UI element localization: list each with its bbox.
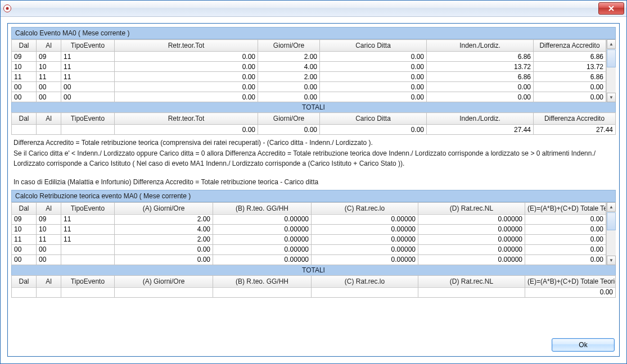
cell: 00: [12, 254, 37, 265]
cell: 00: [61, 82, 115, 92]
tcol-il: Inden./Lordiz.: [427, 113, 534, 125]
col-caricoditta[interactable]: Carico Ditta: [320, 40, 427, 52]
tcol-retr: Retr.teor.Tot: [115, 113, 258, 125]
cell: 6.86: [534, 52, 606, 62]
col-giorniore[interactable]: Giorni/Ore: [258, 40, 320, 52]
cell: 0.00000: [213, 224, 312, 234]
cell: 0.00: [258, 82, 320, 92]
cell: 6.86: [427, 52, 534, 62]
col2-dal[interactable]: Dal: [12, 202, 37, 214]
cell: 11: [61, 234, 115, 244]
svg-point-1: [6, 7, 9, 10]
table-row[interactable]: 0000000.000.000.000.000.00: [12, 92, 606, 102]
col-indenlordiz[interactable]: Inden./Lordiz.: [427, 40, 534, 52]
cell: 0.00: [320, 62, 427, 72]
table-row[interactable]: 1010110.004.000.0013.7213.72: [12, 62, 606, 72]
cell: 0.00000: [312, 224, 418, 234]
table-row[interactable]: 00000.000.000000.000000.000000.00: [12, 244, 606, 254]
cell: 0.00000: [418, 234, 525, 244]
section2-table-area: Dal Al TipoEvento (A) Giorni/Ore (B) R.t…: [11, 202, 606, 265]
cell: 00: [37, 244, 61, 254]
cell: 2.00: [115, 234, 213, 244]
cell: 0.00: [115, 254, 213, 265]
section2-totali-table: Dal Al TipoEvento (A) Giorni/Ore (B) R.t…: [11, 275, 616, 298]
cell: 10: [37, 224, 61, 234]
t2col-tipo: TipoEvento: [61, 275, 115, 287]
col-tipoevento[interactable]: TipoEvento: [61, 40, 115, 52]
section1-table: Dal Al TipoEvento Retr.teor.Tot Giorni/O…: [11, 39, 606, 102]
scroll-track[interactable]: [607, 231, 616, 256]
cell: 11: [61, 224, 115, 234]
cell: 0.00000: [213, 254, 312, 265]
section2-totali-label: TOTALI: [11, 265, 616, 275]
explain-p1: Differenza Accredito = Totale retribuzio…: [13, 138, 614, 148]
section1-scrollbar[interactable]: ▲ ▼: [606, 39, 616, 102]
scroll-down-icon[interactable]: ▼: [607, 256, 616, 265]
cell: 0.00000: [213, 234, 312, 244]
section1-table-area: Dal Al TipoEvento Retr.teor.Tot Giorni/O…: [11, 39, 606, 102]
table-row[interactable]: 0000000.000.000.000.000.00: [12, 82, 606, 92]
cell: 0.00: [115, 92, 258, 102]
cell: 11: [37, 72, 61, 82]
scroll-thumb[interactable]: [607, 49, 616, 67]
col2-a[interactable]: (A) Giorni/Ore: [115, 202, 213, 214]
t2col-b: (B) R.teo. GG/HH: [213, 275, 312, 287]
app-icon: [3, 4, 12, 13]
cell: [61, 254, 115, 265]
col2-b[interactable]: (B) R.teo. GG/HH: [213, 202, 312, 214]
section2-scrollbar[interactable]: ▲ ▼: [606, 202, 616, 265]
table-row[interactable]: 0909112.000.000000.000000.000000.00: [12, 214, 606, 224]
tcol-gg: Giorni/Ore: [258, 113, 320, 125]
cell: 0.00: [115, 62, 258, 72]
scroll-down-icon[interactable]: ▼: [607, 93, 616, 102]
table-row[interactable]: 0909110.002.000.006.866.86: [12, 52, 606, 62]
t2col-c: (C) Rat.rec.lo: [312, 275, 418, 287]
t2col-a: (A) Giorni/Ore: [115, 275, 213, 287]
cell: 0.00: [525, 254, 606, 265]
col2-tipo[interactable]: TipoEvento: [61, 202, 115, 214]
col-retr[interactable]: Retr.teor.Tot: [115, 40, 258, 52]
cell: 0.00000: [312, 234, 418, 244]
cell: 2.00: [115, 214, 213, 224]
table-row[interactable]: 1010114.000.000000.000000.000000.00: [12, 224, 606, 234]
table-row[interactable]: 1111110.002.000.006.866.86: [12, 72, 606, 82]
table-row[interactable]: 00000.000.000000.000000.000000.00: [12, 254, 606, 265]
tcol-tipo: TipoEvento: [61, 113, 115, 125]
cell: 00: [37, 82, 61, 92]
tcol-al: Al: [37, 113, 61, 125]
scroll-up-icon[interactable]: ▲: [607, 202, 616, 212]
section2-header-row: Dal Al TipoEvento (A) Giorni/Ore (B) R.t…: [12, 202, 606, 214]
col2-c[interactable]: (C) Rat.rec.lo: [312, 202, 418, 214]
col2-e[interactable]: (E)=(A*B)+(C+D) Totale Teorica: [525, 202, 606, 214]
col-al[interactable]: Al: [37, 40, 61, 52]
scroll-track[interactable]: [607, 68, 616, 93]
t2col-dal: Dal: [12, 275, 37, 287]
col-diffaccredito[interactable]: Differenza Accredito: [534, 40, 606, 52]
section1-header-row: Dal Al TipoEvento Retr.teor.Tot Giorni/O…: [12, 40, 606, 52]
cell: 11: [37, 234, 61, 244]
col-dal[interactable]: Dal: [12, 40, 37, 52]
explanation-text: Differenza Accredito = Totale retribuzio…: [11, 135, 616, 190]
cell: 0.00: [320, 82, 427, 92]
cell: 11: [61, 52, 115, 62]
cell: 0.00000: [312, 244, 418, 254]
cell: 6.86: [427, 72, 534, 82]
cell: 11: [12, 234, 37, 244]
scroll-up-icon[interactable]: ▲: [607, 39, 616, 49]
col2-d[interactable]: (D) Rat.rec.NL: [418, 202, 525, 214]
cell: 09: [37, 214, 61, 224]
cell: 13.72: [534, 62, 606, 72]
window-close-button[interactable]: [598, 2, 624, 15]
table-row[interactable]: 1111112.000.000000.000000.000000.00: [12, 234, 606, 244]
cell: 0.00: [534, 82, 606, 92]
col2-al[interactable]: Al: [37, 202, 61, 214]
ok-button[interactable]: Ok: [552, 338, 615, 352]
cell: 10: [37, 62, 61, 72]
scroll-thumb[interactable]: [607, 212, 616, 230]
cell: 0.00: [320, 72, 427, 82]
cell: 2.00: [258, 52, 320, 62]
cell: 0.00000: [418, 214, 525, 224]
cell: 09: [12, 214, 37, 224]
cell: 0.00000: [418, 224, 525, 234]
cell: 0.00: [320, 52, 427, 62]
